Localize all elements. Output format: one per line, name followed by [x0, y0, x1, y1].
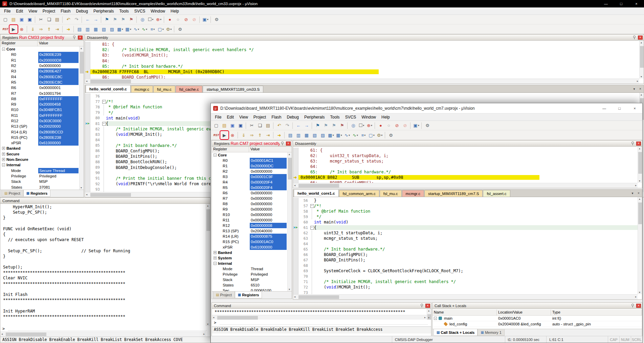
breakpoint-margin[interactable]	[85, 181, 90, 187]
panel-tab[interactable]: ▤Call Stack + Locals	[434, 329, 478, 336]
nav-forward-icon[interactable]: →	[92, 16, 99, 23]
analysis-window-toggle[interactable]: ∿	[352, 131, 359, 139]
breakpoint-margin[interactable]	[85, 104, 90, 110]
registers-panel-header[interactable]: Registers Run CM33 project firstly	[0, 35, 84, 41]
register-row[interactable]: R1 0x200000DC	[212, 163, 287, 169]
disassembly-margin[interactable]	[293, 180, 298, 183]
registers-panel-header[interactable]: Registers Run CM7 project secondly	[212, 141, 292, 147]
trace-window-toggle[interactable]: ≡	[149, 25, 156, 33]
disassembly-margin[interactable]	[85, 64, 90, 69]
fold-marker-icon[interactable]	[310, 290, 314, 294]
minimize-button[interactable]: —	[597, 103, 612, 113]
panel-tab[interactable]: ▦Memory 1	[478, 329, 504, 336]
fold-marker-icon[interactable]	[102, 181, 106, 187]
menu-item[interactable]: Edit	[224, 114, 237, 120]
menu-item[interactable]: SVCS	[132, 8, 148, 14]
panel-tab[interactable]: ▤Project	[1, 190, 23, 197]
tree-expander-icon[interactable]: -	[2, 48, 5, 51]
menu-item[interactable]: File	[1, 8, 13, 14]
system-viewer-toggle[interactable]: ▢	[157, 25, 164, 33]
symbol-window-toggle[interactable]: ▦	[303, 131, 310, 139]
column-value[interactable]: Value	[38, 41, 84, 46]
run-to-cursor-button[interactable]: ⇥	[53, 25, 61, 33]
register-row[interactable]: xPSR 0x61000000	[0, 140, 79, 146]
register-row[interactable]: Sec 0.00065100	[212, 288, 287, 291]
nav-back-icon[interactable]: ←	[295, 122, 302, 129]
menu-item[interactable]: Tools	[117, 8, 132, 14]
search-icon[interactable]: ⊕	[155, 16, 162, 23]
register-row[interactable]: R11 0xFFFFFFFF	[0, 113, 79, 118]
title-bar[interactable]: D:\Downloads\board_MIMXRT1180-EVK\boards…	[0, 0, 644, 7]
breakpoint-margin[interactable]	[293, 241, 298, 246]
register-row[interactable]: States 37081	[0, 184, 79, 190]
menu-item[interactable]: SVCS	[342, 114, 359, 120]
run-to-cursor-button[interactable]: ⇥	[264, 131, 272, 139]
wrench-icon[interactable]: ⚙	[213, 16, 220, 23]
call-stack-row[interactable]: - main 0x00001AC0 int f()	[432, 316, 642, 321]
fold-marker-icon[interactable]	[310, 198, 314, 203]
code-line[interactable]: 59 */	[293, 214, 638, 219]
register-row[interactable]: States 6510	[212, 282, 287, 288]
register-row[interactable]: + Non-Secure	[0, 157, 79, 162]
vertical-scrollbar[interactable]	[206, 204, 210, 326]
horizontal-scrollbar[interactable]	[293, 183, 638, 188]
register-row[interactable]: R8 0x00000000	[212, 201, 287, 207]
disassembly-line[interactable]: 61: {	[293, 148, 638, 153]
tree-expander-icon[interactable]: +	[2, 158, 5, 161]
register-row[interactable]: R2 0x00000000	[212, 169, 287, 174]
close-icon[interactable]	[78, 36, 83, 40]
menu-item[interactable]: Debug	[284, 114, 302, 120]
breakpoint-disable-icon[interactable]: ⊘	[182, 16, 190, 23]
new-file-icon[interactable]: ▢	[2, 16, 9, 23]
command-panel-header[interactable]: Command	[0, 198, 210, 204]
step-out-button[interactable]: ⇑	[45, 25, 53, 33]
breakpoint-margin[interactable]	[85, 159, 90, 165]
tree-expander-icon[interactable]: -	[2, 164, 5, 167]
debug-windows-icon[interactable]: ▣	[413, 122, 420, 129]
vertical-scrollbar[interactable]	[287, 152, 292, 291]
code-line[interactable]: 60 int main(void)	[293, 219, 638, 225]
panel-tab[interactable]: ▦Registers	[23, 190, 51, 197]
bookmark-icon[interactable]: ⚑	[103, 16, 111, 23]
disassembly-line[interactable]: 83: (void)MCMGR_Init();	[85, 52, 639, 58]
menu-item[interactable]: Help	[379, 114, 393, 120]
call-stack-window-toggle[interactable]: ▨	[319, 131, 327, 139]
register-row[interactable]: R0 0x00001AC1	[212, 158, 287, 163]
command-window-toggle[interactable]: ▤	[287, 131, 294, 139]
register-row[interactable]: R15 (PC) 0x2800E238	[0, 135, 79, 140]
toolbox-button[interactable]: ⚙	[165, 25, 173, 33]
reset-button[interactable]: RST	[213, 131, 220, 139]
analysis-window-toggle[interactable]: ∿	[141, 25, 148, 33]
serial-window-toggle[interactable]: ∿	[343, 131, 351, 139]
breakpoint-margin[interactable]	[85, 137, 90, 143]
breakpoint-margin[interactable]	[85, 170, 90, 176]
close-icon[interactable]	[636, 304, 641, 308]
register-row[interactable]: R10 0x00000000	[212, 212, 287, 217]
code-line[interactable]: 72 (void)MCMGR_Init();	[293, 284, 638, 290]
step-over-button[interactable]: ⇒	[248, 131, 256, 139]
code-line[interactable]: 57 /*!	[293, 203, 638, 209]
fold-marker-icon[interactable]	[310, 225, 314, 230]
serial-window-toggle[interactable]: ∿	[133, 25, 140, 33]
document-tab[interactable]: startup_MIMXRT1189_cm7.S	[424, 190, 483, 197]
memory-window-toggle[interactable]: ▦	[125, 25, 132, 33]
open-folder-icon[interactable]: ▤	[221, 122, 228, 129]
fold-marker-icon[interactable]	[310, 203, 314, 209]
register-row[interactable]: R14 (LR) 0x00000875	[212, 234, 287, 239]
undo-icon[interactable]: ↶	[65, 16, 72, 23]
register-row[interactable]: R1 0x200000D8	[0, 58, 79, 63]
fold-marker-icon[interactable]	[102, 121, 106, 126]
command-hint-bar[interactable]: ASSIGN BreakDisable BreakEnable BreakKil…	[212, 326, 431, 334]
column-value[interactable]: Value	[249, 147, 292, 152]
command-input[interactable]	[220, 321, 428, 325]
pin-icon[interactable]	[632, 36, 636, 39]
bookmark-clear-icon[interactable]: ⚑	[128, 16, 135, 23]
fold-marker-icon[interactable]	[310, 230, 314, 236]
system-viewer-toggle[interactable]: ▢	[368, 131, 375, 139]
breakpoint-margin[interactable]	[293, 225, 298, 230]
find-in-files-icon[interactable]: ◎	[350, 122, 357, 129]
code-line[interactable]: 61 {	[293, 225, 638, 230]
breakpoint-margin[interactable]	[85, 154, 90, 159]
disassembly-line[interactable]: 66: BOARD_ConfigMPU();	[293, 180, 638, 183]
tree-expander-icon[interactable]: -	[434, 317, 437, 320]
